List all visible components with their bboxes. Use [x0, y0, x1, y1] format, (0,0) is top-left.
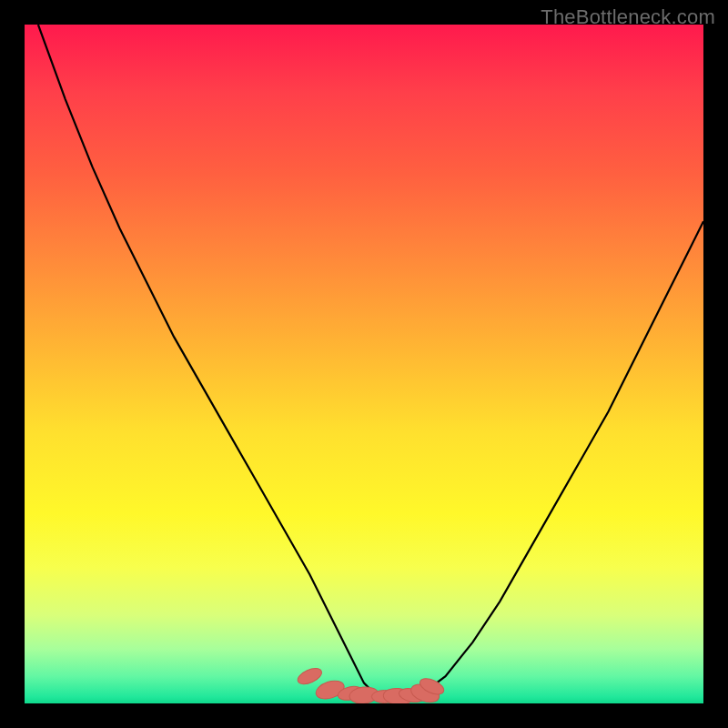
bottleneck-curve	[25, 25, 703, 703]
valley-markers	[296, 665, 447, 703]
valley-marker	[382, 687, 413, 703]
valley-marker	[349, 685, 379, 703]
plot-gradient-area	[25, 25, 703, 703]
watermark-text: TheBottleneck.com	[541, 5, 715, 29]
valley-marker	[371, 691, 397, 703]
valley-marker	[398, 686, 425, 703]
curve-right-branch	[419, 221, 703, 696]
valley-marker	[296, 665, 324, 687]
valley-marker	[418, 675, 446, 697]
valley-marker	[409, 681, 441, 703]
valley-marker	[337, 684, 364, 703]
valley-marker	[314, 678, 347, 703]
curve-left-branch	[38, 25, 378, 697]
